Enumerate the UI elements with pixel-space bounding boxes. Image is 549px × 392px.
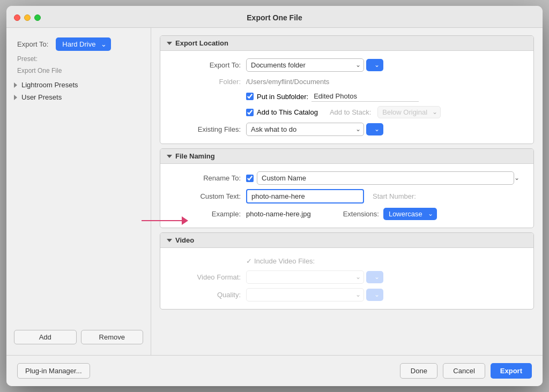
include-video-checkmark: ✓ (246, 257, 252, 265)
remove-preset-button[interactable]: Remove (81, 330, 144, 344)
export-location-header: Export Location (160, 36, 533, 51)
example-row: Example: photo-name-here.jpg Extensions:… (160, 206, 533, 222)
rename-select[interactable]: Custom Name Filename Date - Filename Cus… (257, 171, 514, 185)
sidebar: Export To: Hard Drive Email CD/DVD Prese… (6, 28, 151, 355)
title-bar: Export One File (6, 6, 543, 28)
export-to-select-wrapper[interactable]: Hard Drive Email CD/DVD (56, 37, 111, 51)
catalog-checkbox-row: Add to This Catalog Add to Stack: Below … (246, 106, 441, 118)
folder-label: Folder: (171, 78, 241, 86)
video-format-select[interactable] (246, 270, 364, 284)
rename-select-wrapper[interactable]: Custom Name Filename Date - Filename Cus… (257, 171, 523, 185)
rename-checkbox-row: Custom Name Filename Date - Filename Cus… (246, 171, 523, 185)
existing-files-dropdown-btn[interactable] (366, 123, 383, 135)
existing-files-label: Existing Files: (171, 125, 241, 133)
video-body: ✓ Include Video Files: Video Format: (160, 248, 533, 309)
footer-right: Done Cancel Export (400, 363, 532, 379)
dialog-body: Export To: Hard Drive Email CD/DVD Prese… (6, 28, 543, 355)
catalog-checkbox[interactable] (246, 109, 254, 116)
video-collapse-icon[interactable] (167, 239, 172, 242)
chevron-right-icon-2 (14, 95, 17, 100)
video-section: Video ✓ Include Video Files: Video Forma… (160, 232, 534, 310)
sidebar-item-label-lightroom: Lightroom Presets (21, 81, 78, 89)
existing-files-select[interactable]: Ask what to do Skip Overwrite (246, 123, 364, 136)
sidebar-item-label-user: User Presets (21, 93, 62, 101)
rename-checkbox[interactable] (246, 175, 254, 182)
file-naming-collapse-icon[interactable] (167, 155, 172, 158)
extensions-label: Extensions: (343, 210, 379, 218)
subfolder-checkbox-row: Put in Subfolder: (246, 91, 419, 102)
traffic-lights (14, 14, 41, 21)
catalog-label: Add to This Catalog (257, 108, 318, 116)
preset-label: Preset: (6, 55, 151, 67)
subfolder-row: Put in Subfolder: (160, 89, 533, 104)
export-to-select[interactable]: Hard Drive Email CD/DVD (56, 37, 111, 51)
video-title: Video (175, 236, 194, 244)
file-naming-title: File Naming (175, 152, 215, 160)
folder-path: /Users/emyflint/Documents (246, 78, 329, 86)
rename-to-row: Rename To: Custom Name Filename Date - F… (160, 169, 533, 187)
example-value: photo-name-here.jpg (246, 210, 311, 218)
start-number-label: Start Number: (373, 192, 416, 200)
export-to-row: Export To: Documents folder Home folder … (160, 56, 533, 74)
rename-to-label: Rename To: (171, 174, 241, 182)
sidebar-bottom: Add Remove (6, 325, 151, 350)
extensions-select[interactable]: Lowercase Uppercase (383, 208, 437, 220)
custom-text-input[interactable] (246, 189, 364, 203)
stack-select-wrapper[interactable]: Below Original Above Original (377, 106, 441, 118)
sidebar-item-user-presets[interactable]: User Presets (6, 91, 151, 103)
video-format-dropdown (366, 271, 383, 283)
video-format-blue (366, 271, 383, 283)
plugin-manager-button[interactable]: Plug-in Manager... (17, 363, 90, 379)
extensions-select-wrapper[interactable]: Lowercase Uppercase (383, 208, 437, 220)
close-button[interactable] (14, 14, 20, 21)
subfolder-checkbox[interactable] (246, 93, 254, 100)
maximize-button[interactable] (34, 14, 41, 21)
catalog-row: Add to This Catalog Add to Stack: Below … (160, 104, 533, 120)
include-video-label: Include Video Files: (254, 257, 315, 265)
video-format-label: Video Format: (171, 273, 241, 281)
file-naming-header: File Naming (160, 149, 533, 164)
existing-files-blue-select[interactable] (366, 123, 383, 135)
minimize-button[interactable] (24, 14, 31, 21)
dialog-title: Export One File (247, 13, 302, 22)
export-to-label: Export To: (17, 40, 48, 48)
stack-select[interactable]: Below Original Above Original (377, 106, 441, 118)
file-naming-body: Rename To: Custom Name Filename Date - F… (160, 164, 533, 228)
chevron-right-icon (14, 82, 17, 88)
export-dialog: Export One File Export To: Hard Drive Em… (6, 6, 543, 386)
add-to-stack-label: Add to Stack: (330, 108, 371, 116)
example-label: Example: (171, 210, 241, 218)
documents-folder-select-wrapper[interactable]: Documents folder Home folder Desktop Cho… (246, 58, 364, 72)
custom-text-label: Custom Text: (171, 192, 241, 200)
video-format-row: Video Format: (160, 268, 533, 286)
add-preset-button[interactable]: Add (14, 330, 77, 344)
done-button[interactable]: Done (400, 363, 437, 379)
video-format-select-wrapper[interactable] (246, 270, 364, 284)
export-button[interactable]: Export (491, 363, 532, 379)
quality-blue (366, 289, 383, 301)
file-naming-section: File Naming Rename To: Custom Name Filen… (160, 148, 534, 228)
export-to-field-label: Export To: (171, 61, 241, 69)
video-header: Video (160, 233, 533, 248)
folder-path-row: Folder: /Users/emyflint/Documents (160, 74, 533, 89)
documents-folder-select[interactable]: Documents folder Home folder Desktop Cho… (246, 58, 364, 72)
sidebar-item-lightroom-presets[interactable]: Lightroom Presets (6, 79, 151, 91)
custom-text-row: Custom Text: Start Number: (160, 187, 533, 206)
existing-files-row: Existing Files: Ask what to do Skip Over… (160, 120, 533, 138)
subfolder-input[interactable] (311, 91, 419, 102)
quality-select-wrapper[interactable] (246, 288, 364, 301)
export-location-body: Export To: Documents folder Home folder … (160, 51, 533, 144)
export-location-section: Export Location Export To: Documents fol… (160, 35, 534, 144)
footer: Plug-in Manager... Done Cancel Export (6, 355, 543, 386)
include-video-row: ✓ Include Video Files: (160, 253, 533, 268)
export-to-bar: Export To: Hard Drive Email CD/DVD (6, 33, 151, 55)
existing-files-select-wrapper[interactable]: Ask what to do Skip Overwrite (246, 123, 364, 136)
main-content: Export Location Export To: Documents fol… (151, 28, 543, 355)
collapse-icon[interactable] (167, 42, 172, 45)
export-to-blue-select[interactable] (366, 59, 383, 71)
quality-select[interactable] (246, 288, 364, 301)
dialog-subtitle: Export One File (6, 67, 151, 79)
export-location-title: Export Location (175, 39, 228, 47)
export-to-dropdown-btn[interactable] (366, 59, 383, 71)
cancel-button[interactable]: Cancel (443, 363, 485, 379)
